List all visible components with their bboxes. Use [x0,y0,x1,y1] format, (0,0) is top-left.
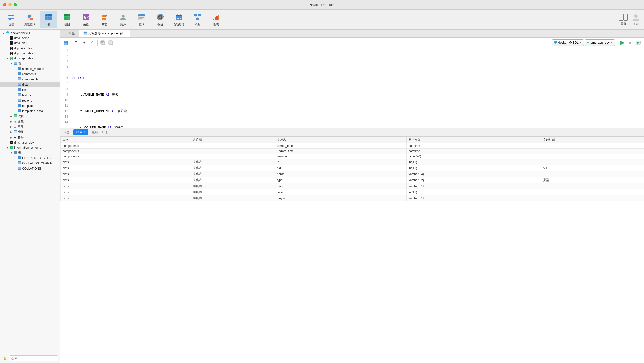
sidebar-item-templates[interactable]: templates [0,103,60,108]
toolbar-model-btn[interactable]: 模型 [189,11,206,28]
sidebar-item-information-schema[interactable]: ▼ 🗄 information_schema [0,145,60,150]
sidebar-item-label: COLLATION_CHARAC... [22,162,56,165]
table-row[interactable]: dicts字典表pidint(11)父id [61,165,644,171]
format-text-btn[interactable]: T [73,39,80,46]
table-cell: version [275,154,407,159]
snippet-btn[interactable] [99,39,106,46]
table-cell [541,183,644,189]
table-row[interactable]: componentscreate_timedatetime [61,143,644,149]
svg-rect-126 [84,33,86,34]
database-dropdown[interactable]: 🗄 dms_app_dev ▼ [585,39,615,46]
sidebar-item-functions[interactable]: ▶ ƒx 函数 [0,119,60,124]
sidebar-item-dicts[interactable]: dicts [0,82,60,87]
save-query-btn[interactable] [62,39,69,46]
results-tab-profile[interactable]: 剖析 [92,129,98,136]
toolbar-table-btn[interactable]: 表 [40,11,57,28]
table-icon [18,98,21,103]
toolbar-schedule-btn[interactable]: 自动运行 [170,11,188,28]
svg-rect-116 [18,161,21,164]
sidebar-item-collation-charac[interactable]: COLLATION_CHARAC... [0,161,60,166]
sidebar-item-events[interactable]: ▶ ⏱ 事件 [0,124,60,129]
results-tab-status[interactable]: 状态 [102,129,108,136]
sidebar-settings-btn[interactable]: 🔒 [2,356,8,361]
sidebar-item-label: 视图 [18,114,24,118]
sidebar-item-data-plat[interactable]: 🗄 data_plat [0,41,60,46]
sidebar-item-templates-data[interactable]: templates_data [0,108,60,114]
sidebar-item-comments[interactable]: comments [0,71,60,77]
connection-dropdown-arrow: ▼ [580,41,582,44]
results-table-wrapper[interactable]: 表名 表注释 字段名 数据类型 字段注释 componentscreate_ti… [60,137,644,209]
db-icon: 🗄 [10,146,13,150]
sidebar-item-label: COLLATIONS [22,167,41,170]
toolbar-backup-btn[interactable]: 备份 [151,11,169,28]
stop-query-btn[interactable]: ■ [627,39,634,46]
sidebar-item-queries[interactable]: ▶ 查询 [0,129,60,135]
svg-rect-28 [104,18,106,20]
table-row[interactable]: dicts字典表typevarchar(32)类型 [61,177,644,183]
sidebar-item-backups[interactable]: ▶ 🗄 备份 [0,135,60,140]
table-row[interactable]: componentsupdate_timedatetime [61,149,644,154]
tab-objects[interactable]: ⊞ 对象 [60,30,79,37]
results-tab-info[interactable]: 信息 [63,129,69,136]
sidebar-item-label: 表 [18,151,21,155]
svg-rect-60 [624,14,628,20]
view-toggle-btn[interactable]: 查看 [617,12,629,27]
sidebar-item-label: templates_data [22,109,43,113]
expand-arrow: ▶ [10,136,14,139]
schedule-icon [174,13,183,22]
table-row[interactable]: componentsversionbigint(20) [61,154,644,159]
table-row[interactable]: dicts字典表pinyinvarchar(512) [61,195,644,201]
sidebar-item-docker-mysql[interactable]: ▼ 🐬 docker-MySQL [0,31,60,36]
toolbar-connect-btn[interactable]: 连接 [3,11,20,28]
sidebar-item-info-tables-group[interactable]: ▼ 表 [0,150,60,155]
run-part-btn[interactable] [635,39,642,46]
sidebar-item-alembic-version[interactable]: alembic_version [0,66,60,71]
sql-editor[interactable]: 1 2 3 4 5 6 7 8 9 10 11 12 13 14 [60,48,644,128]
sidebar-item-character-sets[interactable]: CHARACTER_SETS [0,155,60,161]
table-designer-btn[interactable] [107,39,114,46]
sidebar-item-flies[interactable]: flies [0,87,60,93]
table-row[interactable]: dicts字典表iconvarchar(512) [61,183,644,189]
sidebar-item-regions[interactable]: regions [0,98,60,103]
sidebar-item-label: dms_app_dev [14,57,33,60]
sidebar-item-dms-user-dev[interactable]: 🗄 dms_user_dev [0,140,60,145]
minimize-button[interactable] [8,3,12,6]
login-icon [632,13,640,21]
toolbar-query-btn[interactable]: 查询 [133,11,150,28]
beautify-sql-btn[interactable]: ✦ [81,39,88,46]
sidebar-bottom: 🔒 [0,354,60,363]
table-row[interactable]: dicts字典表idint(11) [61,159,644,165]
sidebar-item-collations[interactable]: COLLATIONS [0,166,60,171]
sidebar-item-dms-app-dev[interactable]: ▼ 🗄 dms_app_dev [0,56,60,61]
connection-dropdown[interactable]: 🐬 docker-MySQL ▼ [552,39,584,46]
wrap-paren-btn[interactable]: () [89,39,96,46]
sidebar-item-tables-group[interactable]: ▼ 表 [0,61,60,66]
toolbar-function-btn[interactable]: f(x) 函数 [77,11,95,28]
sidebar-item-history[interactable]: history [0,93,60,98]
db-icon: 🗄 [10,46,13,50]
table-group-icon [14,151,17,155]
table-row[interactable]: dicts字典表levelint(11) [61,189,644,195]
toolbar-other-btn[interactable]: 其它 [96,11,113,28]
sidebar-item-dcp-user-dev[interactable]: 🗄 dcp_user_dev [0,51,60,56]
close-button[interactable] [3,3,6,6]
main-toolbar: 连接 + 新建查询 表 视图 f(x) 函数 其它 用户 [0,10,644,30]
sidebar-item-components[interactable]: components [0,77,60,82]
login-btn[interactable]: 登录 [630,12,641,27]
sql-content[interactable]: SELECT t.TABLE_NAME AS 表名, t.TABLE_COMME… [70,48,644,128]
results-tab-result1[interactable]: 结果 1 [73,129,88,135]
sidebar-item-label: regions [22,99,32,102]
sidebar-item-data-demo[interactable]: 🗄 data_demo [0,36,60,41]
sidebar-search-input[interactable] [9,355,58,361]
maximize-button[interactable] [14,3,17,6]
toolbar-chart-btn[interactable]: 图表 [207,11,225,28]
toolbar-new-query-btn[interactable]: + 新建查询 [21,11,39,28]
toolbar-user-btn[interactable]: 用户 [114,11,132,28]
toolbar-view-btn[interactable]: 视图 [58,11,76,28]
sidebar-item-dcp-site-dev[interactable]: 🗄 dcp_site_dev [0,46,60,51]
table-cell: 字典表 [191,183,275,189]
table-row[interactable]: dicts字典表namevarchar(64) [61,171,644,177]
run-query-btn[interactable]: ▶ [619,39,626,46]
sidebar-item-views[interactable]: ▶ 视图 [0,114,60,119]
tab-query[interactable]: 无标题@dms_app_dev (d... [79,30,130,37]
